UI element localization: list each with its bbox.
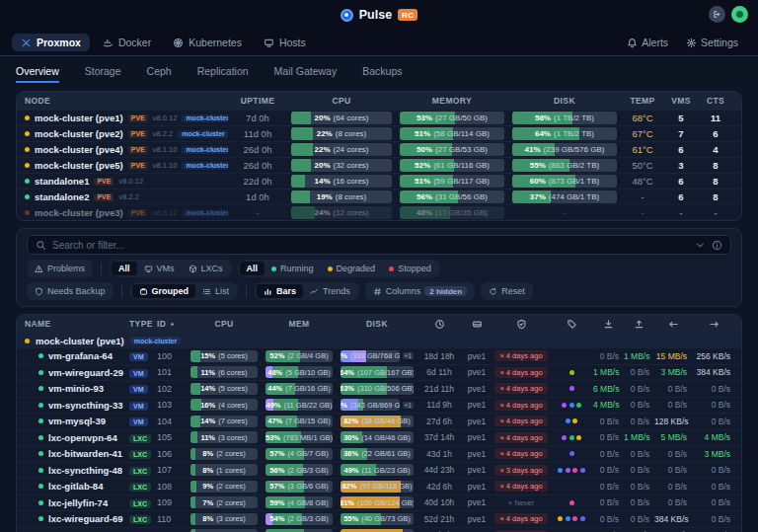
tag-dot [580, 468, 585, 473]
usage-cell: 58%(1 TB/2 TB) [508, 112, 621, 124]
type-filter-lxcs[interactable]: LXCs [182, 262, 230, 275]
node-row[interactable]: mock-cluster (pve4)PVEv8.1.10mock-cluste… [17, 141, 741, 157]
nav-tab-hosts[interactable]: Hosts [255, 34, 315, 51]
logout-button[interactable] [709, 6, 725, 23]
type-filter-vms[interactable]: VMs [137, 262, 182, 275]
reset-button[interactable]: Reset [481, 282, 533, 300]
guest-row[interactable]: vm-syncthing-33VM10316%(4 cores)49%(11 G… [17, 397, 741, 414]
nav-tab-proxmox[interactable]: Proxmox [12, 34, 90, 51]
node-row[interactable]: standalone1PVEv8.0.1222d 0h14%(16 cores)… [17, 173, 741, 189]
columns-button[interactable]: Columns2 hidden [365, 282, 475, 300]
guest-row[interactable]: lxc-syncthing-48LXC1078%(1 cores)56%(2 G… [17, 462, 741, 479]
backup-status-badge: × 4 days ago [494, 432, 547, 443]
tag-dot [572, 516, 577, 521]
empty-value: - [508, 207, 621, 218]
nav-settings-button[interactable]: Settings [678, 34, 746, 51]
display-trends-button[interactable]: Trends [303, 284, 357, 298]
usage-label: 57%(4 GB/7 GB) [265, 448, 333, 460]
usage-label: 82%(97 GB/118 GB) [341, 481, 414, 493]
status-filter-degraded[interactable]: Degraded [321, 262, 383, 275]
node-col-temp[interactable]: TEMP [621, 96, 664, 106]
guest-uptime: 18d 18h [417, 351, 461, 361]
node-col-vms[interactable]: VMS [664, 96, 698, 106]
tab-overview[interactable]: Overview [16, 65, 59, 83]
guest-id: 106 [157, 449, 187, 459]
hosts-icon [264, 38, 274, 48]
divider [121, 285, 122, 298]
guest-col-download-icon[interactable] [593, 319, 624, 330]
view-list-button[interactable]: List [195, 284, 236, 298]
node-row[interactable]: mock-cluster (pve2)PVEv8.2.2mock-cluster… [17, 125, 741, 141]
tag-dot [569, 500, 574, 505]
status-filter-stopped[interactable]: Stopped [382, 262, 438, 275]
status-filter-all[interactable]: All [240, 262, 265, 275]
guest-col-arrow-left-icon[interactable] [654, 319, 692, 330]
guest-col-id[interactable]: ID [157, 319, 187, 329]
node-col-uptime[interactable]: UPTIME [228, 96, 287, 106]
node-col-memory[interactable]: MEMORY [396, 96, 508, 106]
node-col-cpu[interactable]: CPU [287, 96, 396, 106]
guest-row[interactable]: vm-mysql-39VM10414%(7 cores)47%(7 GB/15 … [17, 413, 741, 429]
usage-bar: 20%(32 cores) [291, 159, 392, 172]
tab-storage[interactable]: Storage [85, 65, 121, 83]
guest-node: pve1 [461, 449, 493, 459]
main-nav: ProxmoxDockerKubernetesHosts AlertsSetti… [0, 30, 758, 56]
nav-alerts-button[interactable]: Alerts [619, 34, 676, 51]
info-icon[interactable] [712, 240, 722, 251]
type-filter-all[interactable]: All [112, 262, 137, 275]
guest-row[interactable]: lxc-terraria-7LXC1117%(2 cores)57%(4 GB/… [17, 527, 741, 532]
usage-bar: 48%(5 GB/10 GB) [265, 366, 333, 378]
tab-ceph[interactable]: Ceph [147, 65, 172, 83]
search-input[interactable] [52, 240, 689, 251]
usage-bar: 41%(239 GB/576 GB) [512, 143, 617, 156]
view-grouped-button[interactable]: Grouped [132, 284, 196, 298]
guest-col-cpu[interactable]: CPU [187, 319, 262, 329]
tab-backups[interactable]: Backups [362, 65, 402, 83]
guest-col-mem[interactable]: MEM [262, 319, 337, 329]
guest-row[interactable]: lxc-gitlab-84LXC1089%(2 cores)57%(3 GB/6… [17, 478, 741, 494]
guest-col-upload-icon[interactable] [624, 319, 654, 330]
guest-col-server-icon[interactable] [461, 319, 493, 330]
group-header-row[interactable]: mock-cluster (pve1)mock-cluster [17, 333, 741, 347]
guest-row[interactable]: lxc-bitwarden-41LXC1068%(2 cores)57%(4 G… [17, 445, 741, 462]
guest-col-shield-check-icon[interactable] [493, 319, 550, 330]
divider [101, 263, 102, 275]
node-row[interactable]: mock-cluster (pve1)PVEv8.0.12mock-cluste… [17, 110, 741, 125]
guest-row[interactable]: lxc-jellyfin-74LXC1097%(2 cores)59%(4 GB… [17, 494, 741, 511]
node-col-cts[interactable]: CTS [698, 96, 733, 106]
guest-col-tag-icon[interactable] [550, 319, 593, 330]
status-filter-running[interactable]: Running [265, 262, 321, 275]
node-row[interactable]: mock-cluster (pve5)PVEv8.1.10mock-cluste… [17, 157, 741, 173]
usage-cell: 51%(58 GB/114 GB) [396, 127, 508, 140]
guest-col-type[interactable]: TYPE [129, 319, 157, 329]
connection-status-button[interactable] [731, 6, 748, 23]
guest-row[interactable]: vm-grafana-64VM10015%(5 cores)52%(2 GB/4… [17, 347, 741, 364]
chevron-down-icon[interactable] [695, 240, 706, 251]
guest-row[interactable]: vm-minio-93VM10214%(5 cores)44%(7 GB/16 … [17, 380, 741, 397]
display-bars-button[interactable]: Bars [257, 284, 303, 298]
backup-status-badge: × 4 days ago [494, 383, 547, 394]
nav-tab-kubernetes[interactable]: Kubernetes [164, 34, 251, 51]
node-col-disk[interactable]: DISK [508, 96, 621, 106]
node-row[interactable]: standalone2PVEv8.2.21d 0h19%(8 cores)56%… [17, 189, 741, 204]
problems-filter-button[interactable]: Problems [27, 260, 93, 277]
guest-col-name[interactable]: NAME [25, 319, 129, 329]
guest-row[interactable]: lxc-openvpn-64LXC10511%(3 cores)53%(783 … [17, 429, 741, 446]
guest-col-arrow-right-icon[interactable] [692, 319, 735, 330]
filter-row-1: Problems All VMs LXCs All Running Degrad… [27, 260, 731, 277]
guest-row[interactable]: lxc-wireguard-69LXC1108%(3 cores)54%(2 G… [17, 510, 741, 527]
type-badge: LXC [129, 515, 151, 524]
node-vms-count: 6 [664, 144, 698, 155]
guest-col-disk[interactable]: DISK [337, 319, 417, 329]
display-mode-group: Bars Trends [255, 282, 359, 300]
guest-row[interactable]: vm-wireguard-29VM10111%(6 cores)48%(5 GB… [17, 364, 741, 381]
node-row[interactable]: mock-cluster (pve3)PVEv8.0.12mock-cluste… [17, 204, 741, 220]
tab-mail-gateway[interactable]: Mail Gateway [274, 65, 338, 83]
guest-col-clock-icon[interactable] [417, 319, 461, 330]
node-col-node[interactable]: NODE [25, 96, 228, 106]
usage-label: 58%(1 TB/2 TB) [512, 112, 617, 124]
tab-replication[interactable]: Replication [197, 65, 249, 83]
nav-tab-docker[interactable]: Docker [94, 34, 160, 51]
usage-bar: 36%(22 GB/61 GB) [341, 448, 414, 460]
needs-backup-filter-button[interactable]: Needs Backup [27, 282, 114, 300]
